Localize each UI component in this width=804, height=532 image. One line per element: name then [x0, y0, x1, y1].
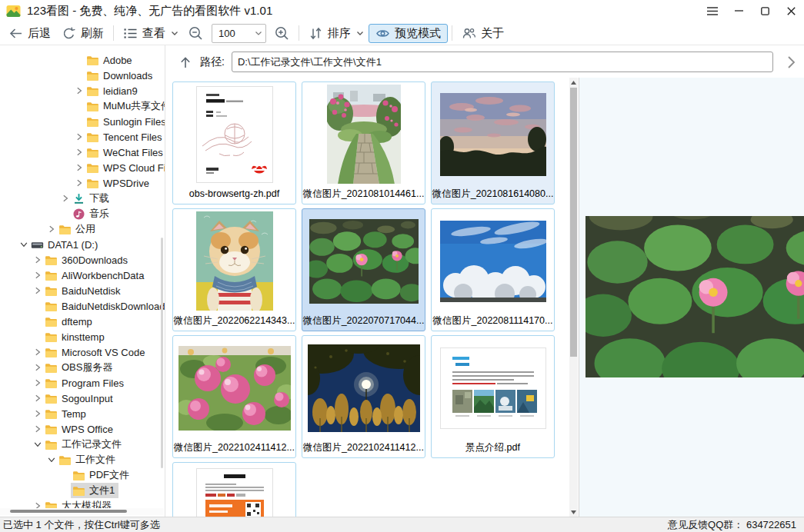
- tree-item[interactable]: BaiduNetdisk: [0, 283, 165, 298]
- sidebar-horizontal-scrollbar[interactable]: [0, 508, 164, 515]
- tree-item[interactable]: MuMu共享文件: [0, 98, 165, 114]
- expand-arrow-icon[interactable]: [74, 178, 85, 188]
- tree-item[interactable]: 公用: [0, 221, 165, 237]
- tree-item[interactable]: 下载: [0, 191, 165, 206]
- expand-arrow-icon[interactable]: [32, 377, 43, 388]
- zoom-out-button[interactable]: [183, 24, 209, 43]
- tree-item[interactable]: DATA1 (D:): [0, 237, 165, 252]
- file-tile[interactable]: 微信图片_2022102411412...: [302, 335, 425, 458]
- path-next-button[interactable]: [779, 51, 802, 74]
- minimize-button[interactable]: [726, 1, 752, 21]
- tree-item-label: WPSDrive: [103, 178, 149, 189]
- scroll-down-arrow-icon[interactable]: [569, 507, 578, 517]
- tree-item[interactable]: 工作文件: [0, 452, 165, 467]
- tree-item[interactable]: 文件1: [0, 483, 165, 498]
- tree-item[interactable]: kinsttemp: [0, 329, 165, 344]
- expand-arrow-icon[interactable]: [32, 408, 43, 419]
- expand-arrow-icon[interactable]: [74, 101, 85, 111]
- file-name-label: 微信图片_2022102411412...: [173, 437, 295, 457]
- expand-arrow-icon[interactable]: [74, 162, 85, 173]
- tree-item[interactable]: WPS Cloud Files: [0, 160, 165, 175]
- expand-arrow-icon[interactable]: [32, 424, 43, 434]
- close-button[interactable]: [778, 1, 804, 21]
- tree-item[interactable]: Temp: [0, 406, 165, 421]
- view-button[interactable]: 查看: [118, 24, 183, 43]
- tree-item[interactable]: BaiduNetdiskDownload: [0, 298, 165, 314]
- tree-item[interactable]: Downloads: [0, 68, 165, 83]
- expand-arrow-icon[interactable]: [74, 70, 85, 81]
- tree-item[interactable]: Adobe: [0, 52, 165, 68]
- expand-arrow-icon[interactable]: [74, 131, 85, 142]
- path-input[interactable]: [232, 52, 773, 72]
- tree-item[interactable]: 工作记录文件: [0, 437, 165, 452]
- file-tile[interactable]: 景点介绍.pdf: [431, 335, 555, 458]
- file-tile[interactable]: 微信图片_2022102411412...: [172, 335, 296, 458]
- tree-item[interactable]: Tencent Files: [0, 129, 165, 145]
- expand-arrow-icon[interactable]: [32, 362, 43, 373]
- tree-item[interactable]: 音乐: [0, 206, 165, 221]
- zoom-in-button[interactable]: [269, 24, 295, 43]
- file-tile[interactable]: 微信图片_2022070717044...: [302, 208, 425, 331]
- expand-arrow-icon[interactable]: [18, 239, 29, 250]
- file-tile[interactable]: 微信图片_2022081114170...: [431, 208, 555, 331]
- tree-item[interactable]: Program Files: [0, 375, 165, 391]
- expand-arrow-icon[interactable]: [74, 116, 85, 127]
- expand-arrow-icon[interactable]: [32, 347, 43, 357]
- tree-item[interactable]: OBS服务器: [0, 360, 165, 375]
- file-tile[interactable]: 微信图片_2021081014461...: [302, 81, 425, 204]
- expand-arrow-icon[interactable]: [74, 85, 85, 96]
- expand-arrow-icon[interactable]: [32, 270, 43, 281]
- file-tile[interactable]: obs-browsertg-zh.pdf: [172, 81, 296, 204]
- scroll-up-arrow-icon[interactable]: [569, 78, 578, 87]
- expand-arrow-icon[interactable]: [60, 193, 71, 204]
- expand-arrow-icon[interactable]: [32, 393, 43, 404]
- tree-item[interactable]: 360Downloads: [0, 252, 165, 268]
- expand-arrow-icon[interactable]: [32, 439, 43, 450]
- tree-item-icon: [45, 316, 58, 328]
- tree-item[interactable]: Microsoft VS Code: [0, 344, 165, 360]
- about-button[interactable]: 关于: [456, 24, 509, 43]
- back-button[interactable]: 后退: [3, 24, 56, 43]
- tree-item[interactable]: AliWorkbenchData: [0, 268, 165, 283]
- back-arrow-icon: [8, 26, 23, 41]
- tree-item[interactable]: WPS Office: [0, 421, 165, 437]
- expand-arrow-icon[interactable]: [32, 285, 43, 296]
- file-tile[interactable]: 微信图片_2021081614080...: [431, 81, 555, 204]
- expand-arrow-icon[interactable]: [60, 470, 71, 480]
- expand-arrow-icon[interactable]: [74, 55, 85, 65]
- expand-arrow-icon[interactable]: [32, 331, 43, 342]
- expand-arrow-icon[interactable]: [32, 316, 43, 327]
- expand-arrow-icon[interactable]: [46, 454, 57, 465]
- maximize-button[interactable]: [752, 1, 778, 21]
- expand-arrow-icon[interactable]: [32, 254, 43, 265]
- sidebar-vertical-scrollbar[interactable]: [161, 238, 163, 468]
- file-tile[interactable]: [172, 462, 296, 517]
- tree-item[interactable]: dftemp: [0, 314, 165, 329]
- scrollbar-thumb[interactable]: [570, 88, 577, 357]
- tree-item-label: AliWorkbenchData: [62, 270, 144, 281]
- preview-mode-toggle[interactable]: 预览模式: [369, 24, 448, 43]
- up-directory-button[interactable]: [177, 54, 194, 71]
- expand-arrow-icon[interactable]: [46, 224, 57, 234]
- expand-arrow-icon[interactable]: [32, 301, 43, 311]
- grid-vertical-scrollbar[interactable]: [569, 78, 578, 517]
- folder-icon: [45, 316, 58, 328]
- tree-item-label: dftemp: [62, 316, 92, 328]
- tree-item[interactable]: leidian9: [0, 83, 165, 98]
- tree-item-label: 工作记录文件: [62, 437, 122, 451]
- tree-item[interactable]: WeChat Files: [0, 145, 165, 160]
- expand-arrow-icon[interactable]: [74, 147, 85, 158]
- tree-item[interactable]: Sunlogin Files: [0, 114, 165, 129]
- tree-item[interactable]: WPSDrive: [0, 175, 165, 191]
- zoom-level-select[interactable]: 100: [212, 24, 266, 43]
- tree-item[interactable]: PDF文件: [0, 467, 165, 483]
- file-tile[interactable]: 微信图片_2022062214343...: [172, 208, 296, 331]
- file-name-label: 微信图片_2022062214343...: [173, 311, 295, 331]
- app-menu-button[interactable]: [699, 1, 726, 21]
- expand-arrow-icon[interactable]: [60, 208, 71, 219]
- expand-arrow-icon[interactable]: [60, 485, 71, 496]
- tree-item[interactable]: SogouInput: [0, 391, 165, 406]
- refresh-button[interactable]: 刷新: [56, 24, 109, 43]
- sort-button[interactable]: 排序: [303, 24, 369, 43]
- tree-item-label: BaiduNetdiskDownload: [62, 301, 165, 312]
